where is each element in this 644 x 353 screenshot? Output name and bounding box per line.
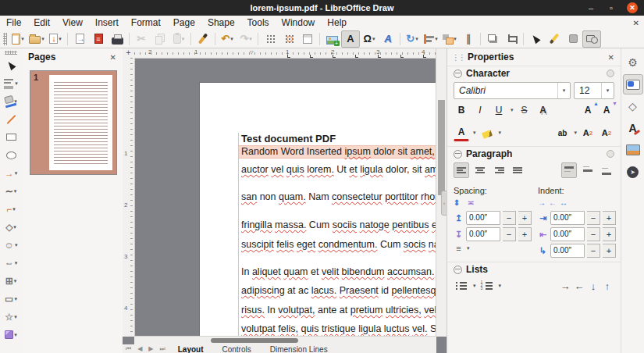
menu-window[interactable]: Window xyxy=(276,16,322,30)
glue-points-button[interactable] xyxy=(564,30,582,48)
text-line[interactable]: adipiscing at ac lacus. Praesent id pell… xyxy=(241,284,436,298)
basic-shapes-button[interactable]: ◇▾ xyxy=(0,218,23,236)
first-line-minus-button[interactable]: − xyxy=(587,244,600,258)
arrange-button[interactable]: ▾ xyxy=(440,30,459,48)
font-name-select[interactable]: Calibri ▾ xyxy=(454,82,571,99)
rotate-dropdown-icon[interactable]: ▾ xyxy=(415,36,418,42)
tab-styles-button[interactable]: A xyxy=(623,118,643,138)
callouts-button[interactable]: ▭▾ xyxy=(0,290,23,308)
text-line[interactable]: fringilla massa. Cum sociis natoge penti… xyxy=(241,219,436,232)
arrange-dropdown-icon[interactable]: ▾ xyxy=(454,36,457,42)
block-arrows-dropdown-icon[interactable]: ▾ xyxy=(15,260,18,266)
minimize-button[interactable]: – xyxy=(586,0,596,16)
unordered-list-button[interactable] xyxy=(454,278,469,294)
before-text-indent-input[interactable]: 0.00″ xyxy=(550,211,585,225)
close-button[interactable]: ✕ xyxy=(627,2,638,13)
save-button[interactable]: ▾ xyxy=(46,30,65,48)
align-objects-dropdown-icon[interactable]: ▾ xyxy=(435,36,438,42)
new-button[interactable]: ▾ xyxy=(9,30,27,48)
paste-dropdown-icon[interactable]: ▾ xyxy=(182,36,185,42)
lists-section-header[interactable]: Lists xyxy=(447,262,621,276)
indent-marker[interactable]: ▽ xyxy=(250,49,254,55)
below-spacing-minus-button[interactable]: − xyxy=(503,227,516,241)
increase-font-size-button[interactable]: A▲ xyxy=(580,102,596,118)
first-line-indent-input[interactable]: 0.00″ xyxy=(550,244,585,258)
before-indent-minus-button[interactable]: − xyxy=(587,211,600,225)
below-spacing-input[interactable]: 0.00″ xyxy=(466,227,500,241)
paragraph-section-header[interactable]: Paragraph xyxy=(447,146,621,161)
edit-points-button[interactable] xyxy=(545,30,564,48)
highlight-color-button[interactable] xyxy=(479,125,495,141)
sidebar-drag-handle[interactable]: ⋮⋮ xyxy=(452,53,464,62)
symbol-shapes-dropdown-icon[interactable]: ▾ xyxy=(15,242,18,248)
underline-dropdown-icon[interactable]: ▾ xyxy=(511,107,514,113)
lines-and-arrows-button[interactable]: →▾ xyxy=(0,164,23,182)
save-dropdown-icon[interactable]: ▾ xyxy=(59,36,62,42)
insert-image-button[interactable] xyxy=(322,30,341,48)
collapse-icon[interactable] xyxy=(454,70,462,78)
paragraph-more-options-icon[interactable] xyxy=(607,150,614,158)
undo-button[interactable]: ↶▾ xyxy=(218,30,237,48)
decrease-indent-icon[interactable]: ← xyxy=(549,198,557,207)
last-spacing-icon[interactable]: ≍ xyxy=(468,198,535,207)
text-line[interactable]: risus. In volutpat, ante at pretium ultr… xyxy=(241,304,436,317)
flowchart-button[interactable]: ⊞▾ xyxy=(0,272,23,290)
page-thumbnail[interactable]: 1 xyxy=(30,70,117,175)
decrease-font-size-button[interactable]: A▼ xyxy=(599,102,614,118)
curves-and-polygons-button[interactable]: ∼▾ xyxy=(0,182,23,200)
font-color-dropdown-icon[interactable]: ▾ xyxy=(473,130,476,136)
stars-and-banners-button[interactable]: ☆▾ xyxy=(0,308,23,326)
before-indent-plus-button[interactable]: + xyxy=(603,211,616,225)
flowchart-dropdown-icon[interactable]: ▾ xyxy=(14,278,17,284)
callouts-dropdown-icon[interactable]: ▾ xyxy=(14,296,17,302)
menu-insert[interactable]: Insert xyxy=(89,16,125,30)
demote-button[interactable]: → xyxy=(558,280,572,292)
character-spacing-dropdown-icon[interactable]: ▾ xyxy=(574,130,577,136)
text-line[interactable]: san non quam. Nam consectetur porttitor … xyxy=(241,191,436,204)
close-document-icon[interactable]: ✕ xyxy=(633,19,639,27)
select-button[interactable] xyxy=(0,56,23,74)
font-size-dropdown-icon[interactable]: ▾ xyxy=(601,83,614,98)
undo-dropdown-icon[interactable]: ▾ xyxy=(230,36,233,42)
crop-image-button[interactable] xyxy=(502,30,521,48)
text-frame[interactable]: Test document PDF Random Word Inserted i… xyxy=(238,133,436,337)
connectors-button[interactable]: ⌐▾ xyxy=(0,200,23,218)
above-spacing-plus-button[interactable]: + xyxy=(518,211,532,225)
first-page-button[interactable]: ⏮ xyxy=(123,344,134,353)
workspace[interactable]: Test document PDF Random Word Inserted i… xyxy=(134,58,436,337)
previous-page-button[interactable]: ◀ xyxy=(134,344,145,352)
after-indent-minus-button[interactable]: − xyxy=(587,227,600,241)
select-tool-button[interactable] xyxy=(526,30,545,48)
align-center-button[interactable] xyxy=(472,162,488,178)
curves-and-polygons-dropdown-icon[interactable]: ▾ xyxy=(14,188,17,194)
toolbar-handle[interactable] xyxy=(3,33,7,45)
align-middle-button[interactable] xyxy=(580,162,596,178)
shadow-button[interactable] xyxy=(483,30,502,48)
ellipse-button[interactable] xyxy=(0,146,23,164)
horizontal-scrollbar[interactable] xyxy=(134,336,436,344)
horizontal-scrollbar-thumb[interactable] xyxy=(211,338,298,343)
export-button[interactable] xyxy=(70,30,89,48)
unordered-list-dropdown-icon[interactable]: ▾ xyxy=(473,283,476,289)
maximize-button[interactable]: ▫ xyxy=(607,0,616,16)
insert-text-box-button[interactable]: A xyxy=(341,30,360,48)
after-text-indent-input[interactable]: 0.00″ xyxy=(550,227,585,241)
basic-shapes-dropdown-icon[interactable]: ▾ xyxy=(13,224,16,230)
align-left-button[interactable] xyxy=(454,162,469,178)
text-line[interactable]: suscipit felis eget condmentum. Cum soci… xyxy=(241,238,436,251)
3d-objects-button[interactable]: ▾ xyxy=(0,326,23,344)
layer-tab-controls[interactable]: Controls xyxy=(213,344,261,353)
tab-gallery-button[interactable] xyxy=(623,140,643,160)
block-arrows-button[interactable]: ⇔▾ xyxy=(0,254,23,272)
vertical-ruler[interactable]: 1234 xyxy=(123,58,135,337)
first-line-plus-button[interactable]: + xyxy=(603,244,616,258)
character-shadow-button[interactable]: A xyxy=(535,102,551,118)
last-page-button[interactable]: ⏭ xyxy=(157,344,169,353)
line-spacing-dropdown-icon[interactable]: ▾ xyxy=(467,245,470,251)
character-spacing-button[interactable]: ab xyxy=(554,125,570,141)
collapse-icon[interactable] xyxy=(454,266,462,274)
rectangle-button[interactable] xyxy=(0,128,23,146)
display-grid-button[interactable] xyxy=(261,30,279,48)
text-line[interactable]: volutpat felis, quis tristique ligula lu… xyxy=(241,323,436,336)
helplines-while-moving-button[interactable] xyxy=(298,30,317,48)
